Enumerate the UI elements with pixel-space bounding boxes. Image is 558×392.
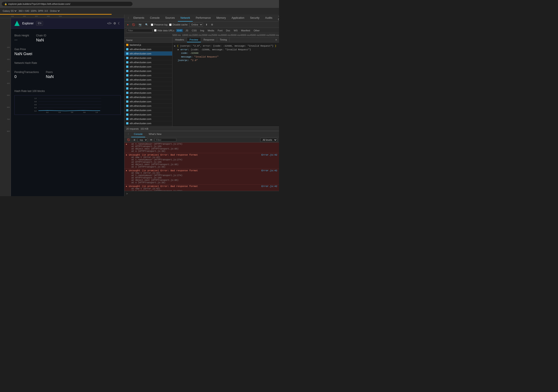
filter-media[interactable]: Media [207, 29, 215, 32]
theme-icon[interactable]: ☾ [118, 22, 121, 25]
capture-screenshot-btn[interactable]: 📷 [138, 23, 143, 26]
close-preview-btn[interactable]: ✕ [273, 37, 279, 42]
tab-response[interactable]: Response [201, 37, 217, 42]
device-select[interactable]: Galaxy S5 [2, 9, 17, 12]
network-item-eth-4[interactable]: eth.ethercluster.com [124, 60, 172, 64]
request-count: 20 requests [126, 128, 139, 130]
network-item-eth-7[interactable]: eth.ethercluster.com [124, 73, 172, 78]
tab-elements[interactable]: Elements [131, 15, 147, 22]
filter-img[interactable]: Img [199, 29, 205, 32]
tab-console[interactable]: Console [147, 15, 162, 22]
tab-audits[interactable]: Audits [262, 15, 275, 22]
network-item-eth-6[interactable]: eth.ethercluster.com [124, 69, 172, 73]
error-file-1[interactable]: Error.js:42 [261, 154, 277, 156]
console-eye-btn[interactable]: 👁 [149, 138, 153, 142]
address-bar[interactable]: 🔒 explorer.jade.builders/?rpcUrl=https:/… [2, 2, 132, 6]
stats-section: Block Height — Chain ID NaN Gas Price Na… [14, 32, 121, 86]
disable-cache-label[interactable]: Disable cache [169, 23, 187, 26]
network-item-eth-8[interactable]: eth.ethercluster.com [124, 78, 172, 82]
ruler-mark-400: 400 [47, 15, 59, 17]
console-pause-btn[interactable]: ⏸ [132, 138, 136, 142]
network-item-eth-14[interactable]: eth.ethercluster.com [124, 104, 172, 108]
file-name-eth-4: eth.ethercluster.com [130, 61, 151, 64]
file-icon-xhr-15 [126, 109, 128, 111]
network-item-eth-9[interactable]: eth.ethercluster.com [124, 82, 172, 86]
hide-data-urls-checkbox[interactable] [154, 29, 157, 32]
tab-timing[interactable]: Timing [217, 37, 230, 42]
hide-data-urls-label[interactable]: Hide data URLs [154, 29, 174, 32]
search-btn[interactable]: 🔍 [144, 23, 149, 26]
expand-error-icon[interactable]: ▶ [178, 48, 179, 51]
network-item-eth-13[interactable]: eth.ethercluster.com [124, 99, 172, 104]
console-tab-console[interactable]: Console [131, 131, 145, 137]
error-file-3[interactable]: Error.js:42 [261, 185, 277, 188]
file-name-eth-6: eth.ethercluster.com [130, 70, 151, 72]
network-item-eth-2[interactable]: eth.ethercluster.com [124, 52, 172, 56]
network-item-backend[interactable]: backend.js [124, 43, 172, 47]
console-tab-whats-new[interactable]: What's New [146, 131, 164, 137]
pending-tx-label: PendingTransactions [14, 71, 39, 74]
network-item-eth-3[interactable]: eth.ethercluster.com [124, 56, 172, 60]
filter-manifest[interactable]: Manifest [240, 29, 251, 32]
network-item-eth-12[interactable]: eth.ethercluster.com [124, 95, 172, 99]
clear-btn[interactable]: 🚫 [131, 23, 136, 26]
lang-selector[interactable]: EN [36, 21, 43, 26]
upload-btn[interactable]: ⬆ [205, 23, 208, 26]
filter-doc[interactable]: Doc [225, 29, 231, 32]
network-item-eth-10[interactable]: eth.ethercluster.com [124, 86, 172, 91]
filter-font[interactable]: Font [217, 29, 223, 32]
file-icon-xhr-14 [126, 105, 128, 107]
tab-components[interactable]: ⚛ Components [276, 15, 279, 22]
trace-2-4: at Object.next (HTTPTransport.js:85) [129, 179, 277, 182]
console-menu-btn[interactable]: ⋮ [126, 132, 130, 136]
tab-performance[interactable]: Performance [193, 15, 213, 22]
tab-application[interactable]: Application [229, 15, 247, 22]
time-45000: 45000 ms [250, 34, 260, 36]
device-info: Galaxy S5 360 × 640 100% DPR: 3.0 Online [2, 9, 60, 12]
file-icon-js [126, 44, 128, 46]
record-btn[interactable]: ● [126, 23, 130, 26]
code-icon[interactable]: </> [107, 22, 112, 25]
chart-section: Hash Rate last 100 blocks 1.0 0.8 0.6 0.… [14, 90, 121, 115]
devtools-menu-icon[interactable]: ⋮ [126, 16, 130, 20]
explorer-header: Explorer EN </> ⚙ ☾ [11, 18, 124, 29]
tab-network[interactable]: Network [178, 15, 193, 22]
console-clear-btn[interactable]: 🚫 [126, 138, 131, 142]
network-item-eth-1[interactable]: eth.ethercluster.com [124, 47, 172, 52]
filter-other[interactable]: Other [253, 29, 261, 32]
network-item-eth-5[interactable]: eth.ethercluster.com [124, 64, 172, 69]
tab-headers[interactable]: Headers [172, 37, 187, 42]
network-item-eth-15[interactable]: eth.ethercluster.com [124, 108, 172, 113]
tab-memory[interactable]: Memory [214, 15, 228, 22]
settings-icon[interactable]: ⚙ [113, 22, 116, 25]
network-item-eth-16[interactable]: eth.ethercluster.com [124, 113, 172, 117]
tab-preview[interactable]: Preview [187, 37, 201, 42]
network-item-eth-17[interactable]: eth.ethercluster.com [124, 117, 172, 121]
preserve-log-checkbox[interactable] [151, 24, 153, 26]
filter-xhr[interactable]: XHR [176, 29, 183, 32]
filter-js[interactable]: JS [185, 29, 189, 32]
network-item-eth-11[interactable]: eth.ethercluster.com [124, 91, 172, 95]
expand-icon[interactable]: ▶ [174, 45, 176, 47]
console-error-3: Uncaught (in promise) Error: Bad respons… [124, 184, 279, 191]
lock-icon: 🔒 [4, 3, 7, 5]
network-online-select[interactable]: Online [189, 23, 203, 26]
network-item-eth-18[interactable]: eth.ethercluster.com [124, 121, 172, 125]
settings-btn2[interactable]: ⚙ [210, 23, 214, 26]
console-filter-input[interactable] [155, 138, 176, 142]
console-level-select[interactable]: All levels [260, 138, 277, 142]
trace-2-1: at new t (Error.js:42) [129, 172, 277, 174]
network-filter-input[interactable] [126, 29, 152, 32]
error-file-2[interactable]: Error.js:42 [261, 169, 277, 172]
trace-2-5: at o (HTTPTransport.js:39) [129, 182, 277, 184]
tab-sources[interactable]: Sources [163, 15, 177, 22]
network-throttle[interactable]: Online [49, 9, 60, 12]
console-context-select[interactable]: top [138, 138, 148, 142]
disable-cache-checkbox[interactable] [169, 24, 172, 26]
filter-css[interactable]: CSS [191, 29, 198, 32]
console-input-field[interactable] [129, 192, 277, 195]
tab-security[interactable]: Security [247, 15, 262, 22]
json-summary-line: ▶ { jsonrpc: "2.0", error: {code: -32600… [174, 44, 277, 48]
preserve-log-label[interactable]: Preserve log [151, 23, 168, 26]
filter-ws[interactable]: WS [233, 29, 238, 32]
